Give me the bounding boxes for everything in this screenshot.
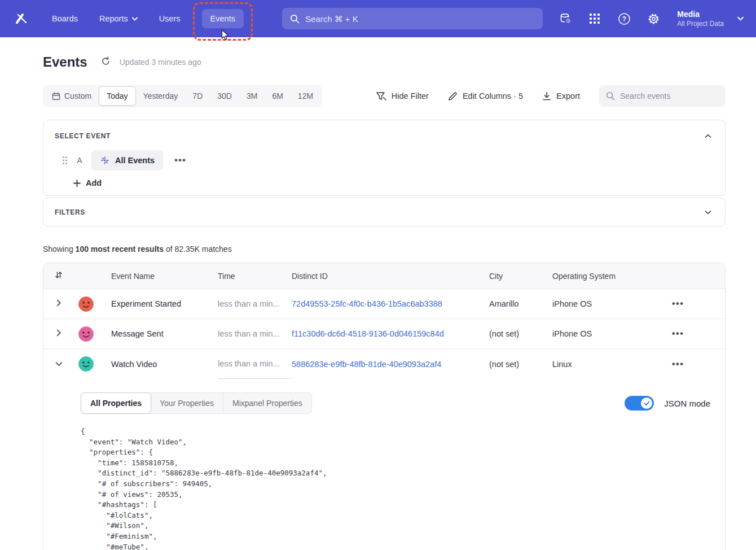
table-row-expanded[interactable]: Watch Video less than a min... 5886283e-… bbox=[43, 349, 725, 379]
event-row-letter: A bbox=[76, 156, 83, 165]
city-cell: (not set) bbox=[489, 360, 552, 369]
toolbar-right: Hide Filter Edit Columns · 5 Export bbox=[376, 85, 726, 107]
collapse-row-icon[interactable] bbox=[53, 357, 65, 370]
header-time: Time bbox=[218, 272, 292, 281]
page-header: Events Updated 3 minutes ago bbox=[43, 54, 726, 70]
export-label: Export bbox=[556, 91, 580, 101]
global-search-input[interactable] bbox=[305, 14, 535, 24]
distinct-id-link[interactable]: 5886283e-e9fb-48fb-81de-40e9093a2af4 bbox=[292, 360, 489, 369]
date-6m-button[interactable]: 6M bbox=[265, 86, 290, 106]
event-options-menu[interactable]: ••• bbox=[171, 152, 190, 168]
drag-handle[interactable] bbox=[55, 156, 68, 165]
time-cell: less than a min... bbox=[218, 329, 292, 338]
results-prefix: Showing bbox=[43, 245, 76, 254]
plus-icon bbox=[73, 180, 81, 187]
svg-text:?: ? bbox=[622, 15, 626, 23]
chevron-down-icon bbox=[705, 210, 711, 215]
expand-filters-button[interactable] bbox=[702, 206, 714, 219]
row-options-menu[interactable]: ••• bbox=[667, 326, 688, 341]
date-7d-button[interactable]: 7D bbox=[185, 86, 210, 106]
json-properties-view: { "event": "Watch Video", "properties": … bbox=[81, 426, 713, 550]
tab-all-properties[interactable]: All Properties bbox=[81, 392, 151, 414]
date-12m-button[interactable]: 12M bbox=[291, 86, 320, 106]
add-event-label: Add bbox=[86, 178, 102, 187]
nav-users[interactable]: Users bbox=[159, 14, 181, 23]
check-icon bbox=[644, 401, 650, 406]
json-mode-label: JSON mode bbox=[664, 399, 710, 408]
nav-boards[interactable]: Boards bbox=[52, 14, 78, 23]
refresh-icon[interactable] bbox=[99, 54, 113, 70]
export-button[interactable]: Export bbox=[542, 91, 580, 101]
os-cell: iPhone OS bbox=[552, 299, 655, 308]
filter-funnel-icon bbox=[376, 91, 386, 101]
add-event-button[interactable]: Add bbox=[73, 178, 102, 187]
sort-icon[interactable] bbox=[52, 269, 65, 283]
hide-filter-button[interactable]: Hide Filter bbox=[376, 91, 429, 101]
events-page: Events Updated 3 minutes ago Custom Toda… bbox=[0, 54, 756, 550]
table-header-row: Event Name Time Distinct ID City Operati… bbox=[43, 263, 725, 289]
search-events-input[interactable] bbox=[620, 91, 719, 101]
settings-gear-icon[interactable] bbox=[645, 11, 661, 27]
results-count: 100 most recent results bbox=[76, 245, 164, 254]
nav-events-slot: Events bbox=[202, 9, 244, 28]
collapse-panel-button[interactable] bbox=[702, 129, 714, 142]
mixpanel-logo[interactable] bbox=[14, 11, 29, 27]
nav-reports[interactable]: Reports bbox=[99, 14, 138, 23]
event-name-cell: Message Sent bbox=[111, 329, 218, 338]
page-title: Events bbox=[43, 54, 87, 70]
row-options-menu[interactable]: ••• bbox=[667, 357, 688, 372]
properties-tabs: All Properties Your Properties Mixpanel … bbox=[81, 392, 312, 414]
date-3m-button[interactable]: 3M bbox=[239, 86, 265, 106]
mixpanel-logo-glyph bbox=[15, 12, 28, 25]
tab-your-properties[interactable]: Your Properties bbox=[151, 393, 223, 413]
nav-events[interactable]: Events bbox=[202, 9, 244, 28]
city-cell: Amarillo bbox=[489, 299, 552, 308]
json-mode-toggle[interactable] bbox=[625, 396, 654, 411]
tab-mixpanel-properties[interactable]: Mixpanel Properties bbox=[223, 393, 311, 413]
results-suffix: of 82.35K matches bbox=[164, 245, 232, 254]
expand-row-icon[interactable] bbox=[54, 327, 64, 341]
date-yesterday-button[interactable]: Yesterday bbox=[136, 86, 186, 106]
apps-grid-icon[interactable] bbox=[587, 11, 603, 27]
all-events-chip[interactable]: All Events bbox=[91, 150, 163, 171]
primary-nav: Boards Reports Users Events bbox=[52, 9, 244, 28]
distinct-id-link[interactable]: f11c30d6-dc6d-4518-9136-0d046159c84d bbox=[292, 329, 489, 338]
date-custom-button[interactable]: Custom bbox=[45, 86, 99, 106]
table-row[interactable]: Message Sent less than a min... f11c30d6… bbox=[43, 319, 725, 349]
date-today-button[interactable]: Today bbox=[99, 86, 135, 106]
avatar bbox=[78, 356, 94, 372]
updated-timestamp: Updated 3 minutes ago bbox=[120, 58, 201, 67]
date-30d-button[interactable]: 30D bbox=[210, 86, 239, 106]
edit-columns-label: Edit Columns · 5 bbox=[463, 91, 523, 101]
search-events-field[interactable] bbox=[599, 85, 726, 107]
help-icon[interactable]: ? bbox=[616, 11, 632, 27]
global-search[interactable] bbox=[282, 8, 543, 29]
header-event-name: Event Name bbox=[111, 272, 218, 281]
distinct-id-link[interactable]: 72d49553-25fc-4f0c-b436-1b5ac6ab3388 bbox=[292, 299, 489, 308]
event-name-cell: Experiment Started bbox=[111, 299, 218, 308]
chevron-down-icon bbox=[132, 17, 138, 21]
pencil-icon bbox=[448, 91, 458, 101]
header-city: City bbox=[489, 272, 552, 281]
cursor-pointer-icon bbox=[221, 29, 229, 41]
time-cell: less than a min... bbox=[218, 299, 292, 308]
edit-columns-button[interactable]: Edit Columns · 5 bbox=[448, 91, 523, 101]
date-custom-label: Custom bbox=[64, 91, 91, 101]
chevron-down-icon bbox=[737, 16, 744, 21]
select-event-title: SELECT EVENT bbox=[55, 132, 111, 140]
project-switcher[interactable]: Media All Project Data bbox=[677, 10, 724, 28]
events-table: Event Name Time Distinct ID City Operati… bbox=[43, 263, 726, 550]
date-range-picker: Custom Today Yesterday 7D 30D 3M 6M 12M bbox=[43, 85, 322, 107]
calendar-icon bbox=[52, 92, 60, 101]
top-right-controls: ? Media All Project Data bbox=[557, 10, 744, 28]
row-options-menu[interactable]: ••• bbox=[667, 296, 688, 311]
select-event-panel: SELECT EVENT A bbox=[43, 120, 726, 196]
top-navigation-bar: Boards Reports Users Events bbox=[0, 0, 756, 37]
toggle-knob bbox=[641, 398, 652, 409]
filters-panel: FILTERS bbox=[43, 198, 726, 226]
data-connections-icon[interactable] bbox=[557, 11, 573, 27]
expand-row-icon[interactable] bbox=[54, 297, 64, 311]
header-os: Operating System bbox=[552, 272, 655, 281]
hide-filter-label: Hide Filter bbox=[392, 91, 429, 101]
table-row[interactable]: Experiment Started less than a min... 72… bbox=[43, 289, 725, 319]
